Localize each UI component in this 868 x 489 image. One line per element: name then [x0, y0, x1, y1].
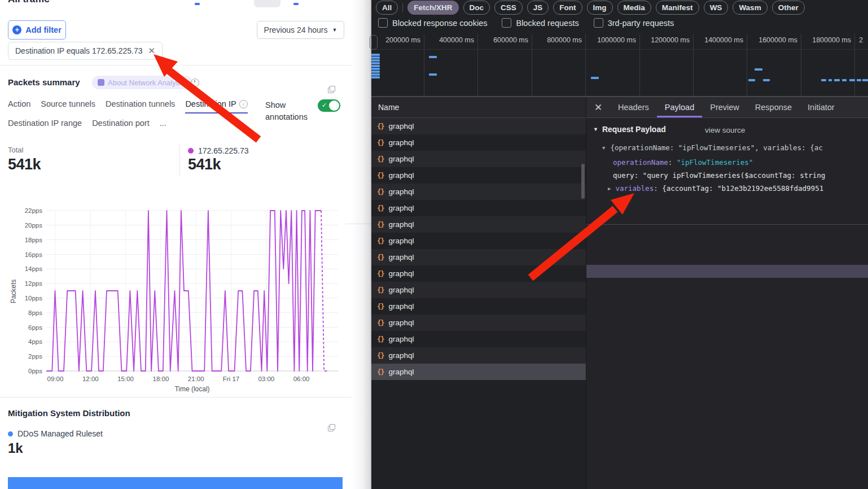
- remove-filter-icon[interactable]: ✕: [148, 46, 155, 56]
- tab-destination-port[interactable]: Destination port: [92, 119, 150, 132]
- checkbox-icon[interactable]: [594, 18, 603, 28]
- top-cut-pill: [254, 0, 280, 7]
- payload-query-row[interactable]: query: "query ipFlowTimeseries($accountT…: [613, 171, 825, 180]
- request-name: graphql: [388, 286, 414, 294]
- payload-summary-line[interactable]: ▼ {operationName: "ipFlowTimeseries", va…: [602, 143, 823, 152]
- request-row[interactable]: {}graphql: [371, 315, 586, 331]
- request-name: graphql: [388, 187, 414, 196]
- request-detail-panel: ✕ HeadersPayloadPreviewResponseInitiator…: [586, 97, 868, 489]
- request-row[interactable]: {}graphql: [371, 282, 586, 298]
- payload-key: operationName: [613, 158, 668, 167]
- request-row[interactable]: {}graphql: [371, 331, 586, 347]
- request-row[interactable]: {}graphql: [371, 265, 586, 282]
- request-payload-label: Request Payload: [602, 125, 666, 134]
- network-filter-wasm[interactable]: Wasm: [733, 1, 767, 15]
- fetch-icon: {}: [377, 221, 384, 229]
- network-filter-other[interactable]: Other: [772, 1, 805, 15]
- network-filter-checkboxes: Blocked response cookiesBlocked requests…: [378, 18, 674, 28]
- tab-source-tunnels[interactable]: Source tunnels: [41, 99, 95, 112]
- add-filter-button[interactable]: + Add filter: [8, 20, 66, 40]
- network-filter-font[interactable]: Font: [553, 1, 582, 15]
- popout-icon[interactable]: [328, 424, 335, 431]
- network-filter-js[interactable]: JS: [527, 1, 549, 15]
- waterfall-bar: [755, 68, 762, 71]
- check-icon: ✓: [322, 102, 327, 109]
- waterfall-bar: [371, 59, 380, 62]
- svg-text:06:00: 06:00: [293, 376, 310, 382]
- popout-icon[interactable]: [328, 86, 335, 93]
- fetch-icon: {}: [377, 303, 384, 311]
- waterfall-bar: [429, 56, 437, 58]
- network-filter-ws[interactable]: WS: [704, 1, 729, 15]
- svg-text:Packets: Packets: [10, 280, 17, 304]
- request-payload-section[interactable]: ▼ Request Payload: [593, 125, 666, 134]
- requests-name-header[interactable]: Name: [371, 97, 586, 118]
- waterfall-bar: [842, 79, 847, 81]
- request-name: graphql: [388, 204, 414, 212]
- ruler-gridline: [424, 34, 424, 96]
- svg-text:8pps: 8pps: [28, 309, 42, 316]
- network-filter-css[interactable]: CSS: [494, 1, 523, 15]
- network-filter-doc[interactable]: Doc: [463, 1, 490, 15]
- request-row[interactable]: {}graphql: [371, 134, 586, 151]
- request-row[interactable]: {}graphql: [371, 216, 586, 233]
- ruler-gridline: [693, 34, 694, 96]
- requests-scrollbar[interactable]: [581, 164, 585, 199]
- svg-text:15:00: 15:00: [117, 376, 134, 382]
- fetch-icon: {}: [377, 139, 384, 147]
- request-row[interactable]: {}graphql: [371, 298, 586, 315]
- request-row[interactable]: {}graphql: [371, 249, 586, 265]
- svg-text:03:00: 03:00: [258, 376, 274, 382]
- tab-destination-tunnels[interactable]: Destination tunnels: [106, 99, 175, 112]
- request-row[interactable]: {}graphql: [371, 233, 586, 249]
- fetch-icon: {}: [377, 335, 384, 343]
- request-row[interactable]: {}graphql: [371, 167, 586, 184]
- request-row[interactable]: {}graphql: [371, 364, 586, 380]
- network-filter-manifest[interactable]: Manifest: [656, 1, 699, 15]
- network-filter-all[interactable]: All: [376, 1, 398, 15]
- ruler-label: 2: [859, 36, 863, 44]
- ruler-label: 800000 ms: [542, 36, 582, 44]
- fetch-icon: {}: [377, 270, 384, 278]
- checkbox-icon[interactable]: [502, 18, 511, 28]
- series-dot-icon: [188, 148, 194, 154]
- about-network-analytics-badge[interactable]: About Network Analytics: [92, 76, 192, 89]
- request-row[interactable]: {}graphql: [371, 118, 586, 134]
- tab-destination-ip[interactable]: Destination IPi: [185, 99, 247, 113]
- requests-list: {}graphql{}graphql{}graphql{}graphql{}gr…: [371, 118, 586, 380]
- detail-tab-response[interactable]: Response: [747, 97, 800, 117]
- ruler-gridline: [747, 34, 747, 96]
- checkbox-3rd-party-requests[interactable]: 3rd-party requests: [594, 18, 674, 28]
- detail-tab-headers[interactable]: Headers: [610, 97, 657, 117]
- network-filter-fetch-xhr[interactable]: Fetch/XHR: [407, 1, 458, 15]
- view-source-link[interactable]: view source: [705, 126, 745, 134]
- checkbox-label: Blocked response cookies: [392, 19, 487, 28]
- filter-chip[interactable]: Destination IP equals 172.65.225.73 ✕: [8, 42, 163, 60]
- tab-destination-ip-range[interactable]: Destination IP range: [8, 119, 82, 132]
- request-row[interactable]: {}graphql: [371, 151, 586, 167]
- request-row[interactable]: {}graphql: [371, 347, 586, 364]
- total-stat-label: Total: [8, 146, 23, 154]
- network-filter-media[interactable]: Media: [617, 1, 651, 15]
- time-range-dropdown[interactable]: Previous 24 hours ▼: [257, 21, 344, 39]
- detail-tab-initiator[interactable]: Initiator: [800, 97, 843, 117]
- waterfall-bar: [371, 54, 380, 56]
- network-filter-img[interactable]: Img: [587, 1, 613, 15]
- show-annotations-toggle[interactable]: ✓: [318, 99, 340, 112]
- svg-text:Time (local): Time (local): [174, 385, 209, 393]
- tab-[interactable]: ...: [160, 119, 166, 132]
- divider: [0, 397, 352, 398]
- request-row[interactable]: {}graphql: [371, 184, 586, 200]
- tab-action[interactable]: Action: [8, 99, 30, 112]
- checkbox-blocked-response-cookies[interactable]: Blocked response cookies: [378, 18, 487, 28]
- checkbox-blocked-requests[interactable]: Blocked requests: [502, 18, 578, 28]
- detail-tab-preview[interactable]: Preview: [702, 97, 747, 117]
- checkbox-icon[interactable]: [378, 18, 388, 28]
- payload-variables-row[interactable]: ▶ variables: {accountTag: "b12e3b2192ee5…: [608, 184, 823, 193]
- detail-tab-payload[interactable]: Payload: [657, 97, 702, 117]
- svg-text:09:00: 09:00: [47, 376, 64, 382]
- payload-value: "ipFlowTimeseries": [677, 158, 753, 167]
- ruler-label: 1600000 ms: [758, 36, 797, 44]
- close-icon[interactable]: ✕: [586, 97, 610, 117]
- request-row[interactable]: {}graphql: [371, 200, 586, 216]
